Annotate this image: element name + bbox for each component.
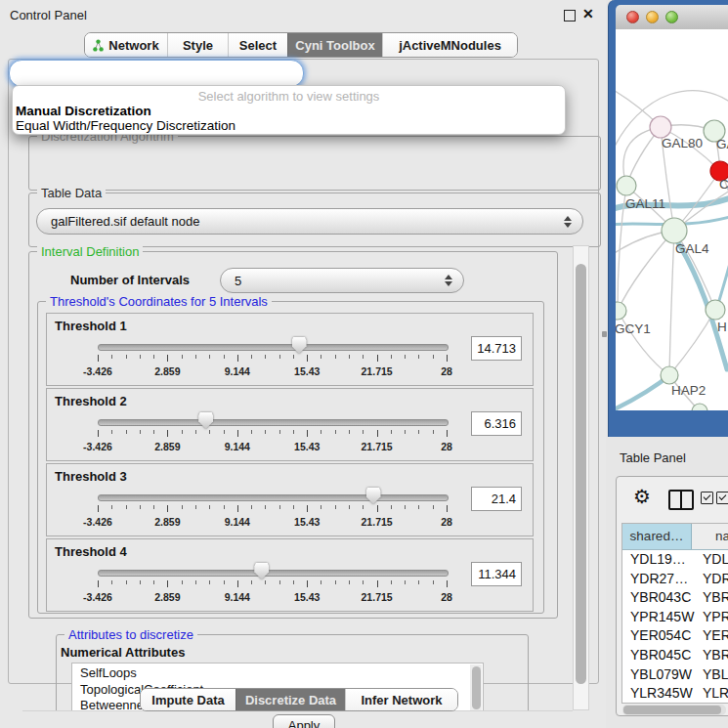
network-node[interactable]	[661, 366, 678, 384]
minimize-traffic-light-icon[interactable]	[646, 11, 659, 23]
algorithm-select[interactable]	[9, 60, 304, 87]
slider-track[interactable]	[98, 570, 449, 577]
table-row[interactable]: YBR045CYBR0	[622, 646, 728, 665]
slider-tick	[111, 580, 112, 584]
attributes-list-scrollbar[interactable]	[470, 664, 482, 711]
cell-name: YER0	[692, 626, 728, 646]
network-node-label: HAP2	[671, 383, 706, 398]
slider-tick-label: -3.426	[83, 365, 112, 377]
table-data-select[interactable]: galFiltered.sif default node	[36, 208, 583, 235]
tab-label: Cyni Toolbox	[295, 38, 374, 53]
column-header-name[interactable]: na	[692, 524, 728, 549]
scrollbar-thumb[interactable]	[576, 264, 586, 684]
table-row[interactable]: YPR145WYPR1	[622, 608, 728, 627]
split-columns-icon[interactable]	[668, 490, 694, 510]
slider-tick-label: 28	[441, 591, 452, 603]
tab-select[interactable]: Select	[228, 33, 287, 57]
slider-track[interactable]	[98, 344, 449, 351]
slider-tick	[251, 430, 252, 434]
zoom-traffic-light-icon[interactable]	[665, 11, 678, 23]
checkbox-icon[interactable]	[716, 492, 728, 504]
network-view[interactable]: GAL80GACGAL11GAL4GCY1HHAP2	[616, 29, 728, 410]
slider-tick-label: -3.426	[83, 591, 112, 603]
slider-tick-label: 9.144	[225, 365, 250, 377]
cell-name: YPR1	[692, 608, 728, 627]
table-horizontal-scrollbar[interactable]	[622, 705, 726, 715]
checkbox-icon[interactable]	[701, 492, 713, 504]
panel-title: Control Panel	[10, 8, 87, 22]
network-node[interactable]	[616, 302, 626, 320]
tab-network[interactable]: Network	[85, 33, 167, 57]
network-window-titlebar[interactable]	[616, 5, 728, 30]
slider-tick	[98, 430, 99, 437]
slider-tick	[363, 430, 364, 434]
slider-track[interactable]	[98, 494, 449, 501]
float-window-icon[interactable]	[564, 10, 576, 21]
algorithm-option[interactable]: Manual Discretization	[13, 104, 565, 118]
slider-tick	[321, 430, 321, 434]
threshold-panel: Threshold 1-3.4262.8599.14415.4321.71528…	[46, 313, 534, 386]
algorithm-dropdown-prompt: Select algorithm to view settings	[13, 86, 565, 104]
slider-tick	[224, 580, 225, 584]
slider-thumb-shape	[366, 488, 381, 504]
slider-thumb[interactable]	[254, 563, 269, 579]
slider-tick	[418, 355, 419, 359]
network-node-label: GAL80	[662, 136, 703, 150]
tab-style[interactable]: Style	[167, 33, 228, 57]
slider-tick	[433, 505, 434, 509]
network-node[interactable]	[662, 218, 687, 243]
network-node[interactable]	[706, 300, 725, 320]
slider-tick	[377, 580, 378, 587]
threshold-value-field[interactable]: 21.4	[471, 487, 522, 511]
network-graph: GAL80GACGAL11GAL4GCY1HHAP2	[616, 29, 728, 410]
threshold-value-field[interactable]: 14.713	[471, 336, 522, 361]
slider-thumb[interactable]	[292, 337, 307, 354]
column-header-shared-name[interactable]: shared…	[622, 524, 692, 549]
network-node-label: GAL4	[675, 241, 709, 256]
table-row[interactable]: YDL19…YDL1	[622, 550, 728, 570]
cell-shared-name: YDL19…	[622, 550, 692, 570]
thresholds-stack: Threshold 1-3.4262.8599.14415.4321.71528…	[46, 313, 534, 614]
tab-cyni-toolbox[interactable]: Cyni Toolbox	[287, 33, 382, 57]
number-of-intervals-select[interactable]: 5	[220, 268, 464, 293]
table-row[interactable]: YLR345WYLR3	[622, 684, 728, 704]
slider-tick	[307, 580, 308, 587]
network-node[interactable]	[650, 116, 671, 138]
screen: Control Panel ✕ NetworkStyleSelectCyni T…	[0, 0, 728, 728]
threshold-value-field[interactable]: 11.344	[471, 562, 522, 586]
tab-jactivemnodules[interactable]: jActiveMNodules	[382, 33, 517, 57]
settings-scrollbar[interactable]	[573, 245, 589, 710]
tab-label: Impute Data	[151, 693, 224, 707]
slider-thumb[interactable]	[366, 488, 381, 504]
scrollbar-thumb[interactable]	[472, 666, 481, 709]
gear-icon[interactable]: ⚙	[633, 487, 651, 506]
close-traffic-light-icon[interactable]	[626, 11, 639, 23]
scrollbar-thumb[interactable]	[623, 706, 721, 714]
threshold-value-field[interactable]: 6.316	[471, 411, 522, 436]
slider-tick-label: 9.144	[225, 516, 250, 528]
algorithm-option[interactable]: Equal Width/Frequency Discretization	[13, 118, 565, 133]
slider-thumb[interactable]	[198, 412, 213, 429]
apply-button[interactable]: Apply	[273, 714, 335, 728]
slider-tick	[321, 355, 321, 359]
tab-discretize-data[interactable]: Discretize Data	[236, 689, 345, 710]
interval-definition-label: Interval Definition	[37, 245, 143, 259]
tab-infer-network[interactable]: Infer Network	[345, 689, 457, 710]
panel-splitter-grip[interactable]	[602, 331, 607, 337]
slider-tick	[363, 580, 364, 584]
attribute-item[interactable]: SelfLoops	[72, 665, 483, 682]
network-node[interactable]	[617, 176, 636, 195]
tab-impute-data[interactable]: Impute Data	[141, 689, 236, 710]
slider-tick	[405, 580, 406, 584]
cell-name: YBR0	[692, 646, 728, 665]
table-row[interactable]: YDR27…YDR2	[622, 570, 728, 589]
slider-tick	[209, 430, 210, 434]
table-row[interactable]: YBR043CYBR0	[622, 588, 728, 608]
table-row[interactable]: YER054CYER0	[622, 626, 728, 646]
slider-track[interactable]	[98, 419, 449, 426]
close-icon[interactable]: ✕	[582, 6, 594, 21]
slider-tick	[349, 430, 350, 434]
table-row[interactable]: YBL079WYBL0	[622, 665, 728, 685]
slider-tick	[111, 505, 112, 509]
control-panel-tabs: NetworkStyleSelectCyni ToolboxjActiveMNo…	[84, 32, 518, 58]
